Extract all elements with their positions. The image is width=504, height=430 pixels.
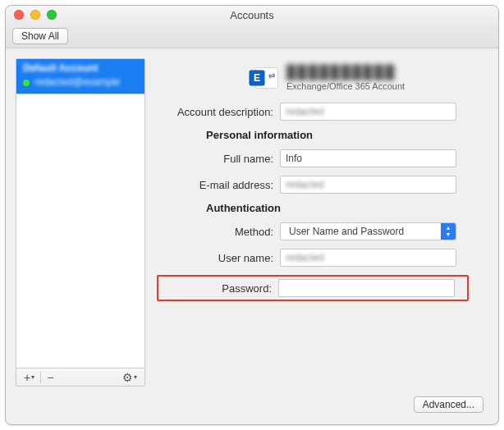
window-title: Accounts — [230, 9, 273, 21]
chevron-down-icon: ▾ — [31, 373, 34, 381]
close-icon[interactable] — [14, 10, 24, 20]
account-list-item[interactable]: Default Account redacted@example — [16, 59, 144, 94]
add-account-button[interactable]: +▾ — [20, 371, 39, 384]
row-method: Method: User Name and Password ▴▾ — [157, 222, 480, 240]
toolbar: Show All — [6, 24, 498, 48]
remove-account-button[interactable]: − — [43, 371, 57, 384]
row-account-description: Account description: redacted — [157, 103, 480, 121]
account-type-label: Exchange/Office 365 Account — [286, 81, 405, 91]
row-username: User name: redacted — [157, 249, 480, 267]
section-personal-info: Personal information — [157, 129, 480, 141]
label-method: Method: — [157, 226, 280, 238]
account-item-subtitle: redacted@example — [34, 76, 120, 89]
minimize-icon[interactable] — [30, 10, 40, 20]
account-description-input[interactable]: redacted — [280, 103, 456, 121]
label-email: E-mail address: — [157, 179, 280, 191]
username-input[interactable]: redacted — [280, 249, 456, 267]
sidebar-footer: +▾ − ⚙▾ — [16, 368, 144, 386]
minus-icon: − — [47, 371, 53, 384]
detail-header: ⇄ ██████████ Exchange/Office 365 Account — [157, 65, 480, 91]
gear-icon: ⚙ — [122, 371, 133, 384]
plus-icon: + — [24, 371, 30, 384]
password-input[interactable] — [278, 279, 455, 297]
label-full-name: Full name: — [157, 153, 280, 165]
account-item-sub: redacted@example — [23, 76, 138, 89]
section-authentication: Authentication — [157, 202, 480, 214]
row-password-highlight: Password: — [157, 275, 469, 301]
window-controls — [14, 10, 57, 20]
method-select[interactable]: User Name and Password ▴▾ — [280, 222, 456, 240]
label-password: Password: — [161, 282, 278, 295]
email-input[interactable]: redacted — [280, 176, 456, 194]
full-name-input[interactable] — [280, 149, 456, 167]
row-email: E-mail address: redacted — [157, 176, 480, 194]
select-caret-icon: ▴▾ — [441, 223, 456, 240]
exchange-icon: ⇄ — [255, 67, 278, 89]
account-item-title: Default Account — [23, 62, 138, 75]
accounts-list-empty — [16, 94, 144, 368]
show-all-button[interactable]: Show All — [12, 28, 68, 44]
accounts-window: Accounts Show All Default Account redact… — [5, 5, 499, 425]
accounts-list: Default Account redacted@example +▾ − ⚙▾ — [16, 58, 145, 387]
label-username: User name: — [157, 252, 280, 264]
status-dot-icon — [23, 80, 30, 86]
detail-footer: Advanced... — [6, 396, 498, 424]
row-full-name: Full name: — [157, 149, 480, 167]
account-actions-button[interactable]: ⚙▾ — [118, 371, 141, 384]
account-detail-pane: ⇄ ██████████ Exchange/Office 365 Account… — [157, 58, 488, 387]
label-account-description: Account description: — [157, 106, 280, 118]
chevron-down-icon: ▾ — [134, 373, 137, 381]
separator — [40, 372, 41, 383]
titlebar: Accounts — [6, 6, 498, 24]
zoom-icon[interactable] — [47, 10, 57, 20]
method-select-value: User Name and Password — [286, 226, 404, 237]
advanced-button[interactable]: Advanced... — [414, 396, 483, 413]
content-area: Default Account redacted@example +▾ − ⚙▾ — [6, 48, 498, 396]
account-name-heading: ██████████ — [286, 65, 405, 80]
